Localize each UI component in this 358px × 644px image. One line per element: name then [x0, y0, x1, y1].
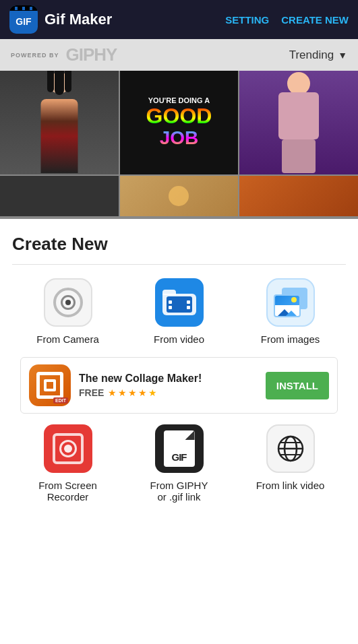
film-holes-right [187, 300, 190, 309]
star-4: ★ [138, 387, 147, 398]
gif-job-text: JOB [146, 128, 212, 149]
recorder-outer [53, 433, 84, 464]
ad-logo: EDIT [29, 364, 71, 406]
images-stack-icon [274, 288, 307, 317]
star-2: ★ [118, 387, 127, 398]
images-icon-container [266, 278, 315, 327]
film-hole [169, 300, 172, 304]
powered-by-label: POWERED BY [11, 52, 59, 59]
globe-icon-container [266, 424, 315, 473]
camera-icon-container [44, 278, 92, 327]
recorder-icon-container [44, 424, 92, 473]
ad-free-row: FREE ★ ★ ★ ★ ★ [79, 387, 258, 398]
gif-icon-container: GIF [155, 424, 204, 473]
from-screen-recorder-label: From Screen Recorder [38, 480, 97, 503]
ad-logo-edit-badge: EDIT [53, 397, 68, 404]
gif-cell-bottom-mid[interactable] [120, 176, 239, 216]
film-hole [187, 300, 190, 304]
trending-dropdown[interactable]: Trending ▼ [289, 49, 347, 62]
image-sky [275, 296, 299, 305]
option-from-images[interactable]: From images [253, 278, 328, 345]
ad-logo-inner [44, 379, 56, 391]
from-video-label: From video [154, 333, 204, 345]
from-giphy-label: From GIPHY or .gif link [150, 480, 208, 503]
giphy-logo: GIPHY [66, 44, 117, 65]
from-images-label: From images [261, 333, 320, 345]
gif-cell-bottom-left[interactable] [0, 176, 119, 216]
header-nav: SETTING CREATE NEW [225, 14, 349, 26]
nav-create-new[interactable]: CREATE NEW [281, 14, 349, 26]
sun-icon [291, 297, 297, 302]
ad-logo-mark [36, 372, 63, 399]
ad-free-label: FREE [79, 387, 104, 398]
globe-svg-icon [274, 432, 307, 465]
ad-stars: ★ ★ ★ ★ ★ [108, 387, 157, 398]
gif-doc-fold [185, 430, 195, 440]
star-3: ★ [128, 387, 137, 398]
option-from-camera[interactable]: From Camera [31, 278, 105, 345]
film-hole [169, 306, 172, 309]
gif-document-icon: GIF [164, 430, 195, 467]
option-from-screen-recorder[interactable]: From Screen Recorder [31, 424, 105, 503]
gif-grid: YOU'RE DOING A GOOD JOB [0, 71, 358, 219]
camera-dot [65, 300, 71, 305]
ad-install-button[interactable]: INSTALL [266, 372, 329, 399]
app-header: GIF Gif Maker SETTING CREATE NEW [0, 0, 358, 39]
nav-setting[interactable]: SETTING [225, 14, 269, 26]
from-link-video-label: From link video [256, 480, 325, 491]
app-logo: GIF [9, 5, 38, 34]
ad-title: The new Collage Maker! [79, 373, 258, 385]
chevron-down-icon: ▼ [338, 50, 347, 61]
ad-banner: EDIT The new Collage Maker! FREE ★ ★ ★ ★… [20, 357, 338, 414]
star-1: ★ [108, 387, 117, 398]
app-title: Gif Maker [44, 11, 225, 28]
camera-inner-ring [61, 295, 76, 310]
options-row-1: From Camera [12, 278, 346, 345]
gif-cell-goodjob[interactable]: YOU'RE DOING A GOOD JOB [120, 71, 239, 174]
star-half: ★ [148, 387, 157, 398]
gif-cell-girl[interactable] [0, 71, 119, 174]
options-row-2: From Screen Recorder GIF From GIPHY or .… [12, 424, 346, 503]
video-icon-container [155, 278, 204, 327]
section-divider [12, 264, 346, 265]
gif-good-text: GOOD [146, 104, 212, 128]
option-from-giphy[interactable]: GIF From GIPHY or .gif link [142, 424, 216, 503]
giphy-bar: POWERED BY GIPHY Trending ▼ [0, 39, 358, 71]
option-from-link-video[interactable]: From link video [253, 424, 328, 503]
film-hole [187, 306, 190, 309]
option-from-video[interactable]: From video [142, 278, 216, 345]
video-folder-icon [162, 290, 196, 315]
gif-doc-text: GIF [172, 451, 187, 463]
create-new-section: Create New From Camera [0, 219, 358, 520]
film-holes-left [169, 300, 172, 309]
camera-outer-ring [53, 288, 83, 317]
from-camera-label: From Camera [36, 333, 99, 345]
gif-cell-bottom-right[interactable] [239, 176, 358, 216]
folder-body [162, 294, 196, 315]
film-strip [167, 296, 192, 313]
image-front [274, 294, 301, 317]
create-new-title: Create New [12, 234, 346, 255]
gif-cell-woman[interactable] [239, 71, 358, 174]
ad-content: The new Collage Maker! FREE ★ ★ ★ ★ ★ [79, 373, 258, 398]
trending-label: Trending [289, 49, 334, 62]
